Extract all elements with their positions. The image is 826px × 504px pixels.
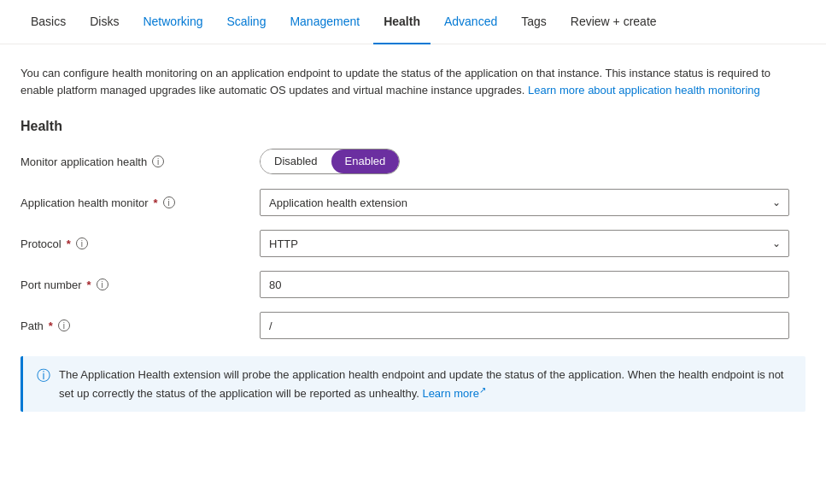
nav-item-disks[interactable]: Disks [79, 0, 129, 44]
port-number-input-wrapper [260, 271, 789, 298]
app-health-monitor-label: Application health monitor * i [21, 196, 260, 209]
path-required-star: * [49, 319, 53, 332]
nav-item-advanced[interactable]: Advanced [434, 0, 507, 44]
monitor-health-label: Monitor application health i [21, 155, 260, 168]
port-number-row: Port number * i [21, 271, 805, 298]
app-health-monitor-row: Application health monitor * i Applicati… [21, 189, 805, 216]
nav-item-scaling[interactable]: Scaling [217, 0, 277, 44]
info-box-text: The Application Health extension will pr… [59, 366, 792, 401]
toggle-enabled-button[interactable]: Enabled [331, 149, 400, 173]
port-number-info-icon[interactable]: i [97, 278, 108, 290]
toggle-buttons: Disabled Enabled [260, 149, 400, 174]
info-box-learn-more-link[interactable]: Learn more↗ [422, 387, 485, 400]
main-content: You can configure health monitoring on a… [0, 44, 826, 432]
path-row: Path * i [21, 312, 805, 339]
external-link-icon: ↗ [479, 385, 486, 395]
learn-more-health-monitoring-link[interactable]: Learn more about application health moni… [528, 84, 760, 97]
app-health-monitor-dropdown: Application health extension ⌄ [260, 189, 789, 216]
monitor-health-info-icon[interactable]: i [152, 155, 164, 167]
port-number-input[interactable] [260, 271, 789, 298]
description-text: You can configure health monitoring on a… [21, 65, 789, 98]
monitor-health-row: Monitor application health i Disabled En… [21, 148, 805, 175]
nav-item-review[interactable]: Review + create [560, 0, 667, 44]
path-label: Path * i [21, 319, 260, 332]
app-health-monitor-select-wrapper: Application health extension ⌄ [260, 189, 789, 216]
port-required-star: * [87, 278, 91, 291]
monitor-health-toggle-group: Disabled Enabled [260, 149, 789, 174]
protocol-dropdown: HTTP HTTPS TCP ⌄ [260, 230, 789, 257]
info-box: ⓘ The Application Health extension will … [21, 356, 805, 412]
protocol-row: Protocol * i HTTP HTTPS TCP ⌄ [21, 230, 805, 257]
path-info-icon[interactable]: i [58, 319, 70, 331]
protocol-label: Protocol * i [21, 237, 260, 250]
nav-item-tags[interactable]: Tags [511, 0, 557, 44]
path-input[interactable] [260, 312, 789, 339]
port-number-label: Port number * i [21, 278, 260, 291]
protocol-select[interactable]: HTTP HTTPS TCP [260, 230, 789, 257]
protocol-info-icon[interactable]: i [76, 237, 88, 249]
nav-item-management[interactable]: Management [279, 0, 370, 44]
info-box-icon: ⓘ [37, 367, 50, 385]
protocol-select-wrapper: HTTP HTTPS TCP ⌄ [260, 230, 789, 257]
protocol-required-star: * [67, 237, 71, 250]
top-navigation: Basics Disks Networking Scaling Manageme… [0, 0, 826, 44]
nav-item-networking[interactable]: Networking [132, 0, 213, 44]
app-health-monitor-info-icon[interactable]: i [163, 196, 175, 208]
toggle-disabled-button[interactable]: Disabled [261, 149, 331, 173]
nav-item-basics[interactable]: Basics [21, 0, 76, 44]
required-star: * [154, 196, 158, 209]
app-health-monitor-select[interactable]: Application health extension [260, 189, 789, 216]
path-input-wrapper [260, 312, 789, 339]
nav-item-health[interactable]: Health [373, 0, 431, 44]
section-title-health: Health [21, 119, 805, 134]
